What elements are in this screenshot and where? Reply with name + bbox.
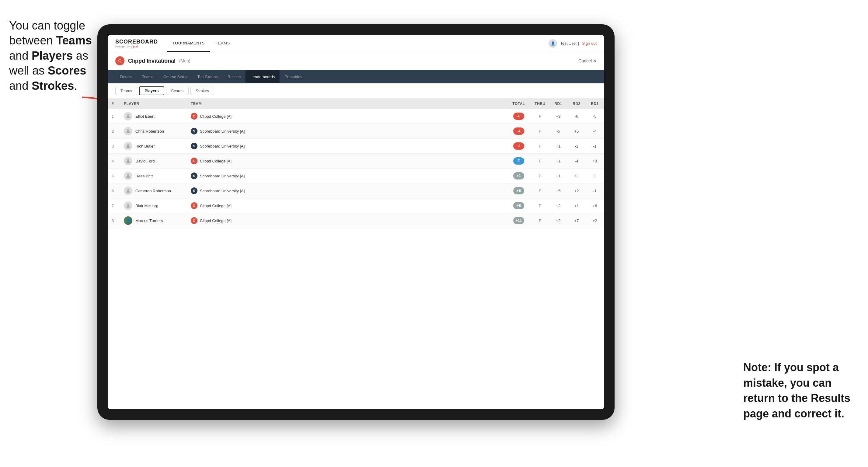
player-name: Elliot Ebert — [135, 114, 155, 119]
cell-rd2: +7 — [567, 213, 586, 228]
tab-teams[interactable]: Teams — [137, 70, 158, 83]
cell-team: SScoreboard University [A] — [187, 124, 506, 139]
cell-rd3: +2 — [586, 213, 604, 228]
cell-team: SScoreboard University [A] — [187, 139, 506, 154]
col-rank: # — [108, 99, 120, 109]
cell-rd3: +3 — [586, 154, 604, 168]
svg-point-4 — [127, 159, 129, 161]
player-avatar — [124, 186, 132, 195]
cell-rank: 6 — [108, 183, 120, 198]
toggle-strokes-button[interactable]: Strokes — [190, 87, 214, 95]
col-total: TOTAL — [506, 99, 531, 109]
svg-point-6 — [127, 189, 129, 191]
tab-details[interactable]: Details — [115, 70, 137, 83]
table-row: 8👤Marcus TurnersCClippd College [A]+11F+… — [108, 213, 604, 228]
cell-rd3: -1 — [586, 183, 604, 198]
tab-tee-groups[interactable]: Tee Groups — [193, 70, 223, 83]
score-badge: +6 — [513, 187, 524, 194]
player-name: Rees Britt — [135, 174, 153, 178]
top-nav: SCOREBOARD Powered by clippd TOURNAMENTS… — [108, 35, 604, 52]
nav-right: 👤 Test User | Sign out — [549, 39, 597, 48]
cell-rd2: -4 — [567, 154, 586, 168]
team-logo: C — [191, 158, 197, 164]
cell-player: Cameron Robertson — [120, 183, 187, 198]
col-thru: THRU — [531, 99, 549, 109]
user-icon: 👤 — [549, 39, 557, 48]
cell-rank: 3 — [108, 139, 120, 154]
cell-thru: F — [531, 154, 549, 168]
toggle-players-button[interactable]: Players — [139, 86, 164, 95]
team-name: Clippd College [A] — [200, 204, 231, 208]
cell-rd2: -2 — [567, 139, 586, 154]
tournament-title: C Clippd Invitational (Men) — [115, 56, 190, 65]
cancel-button[interactable]: Cancel ✕ — [578, 58, 597, 63]
score-badge: -8 — [513, 113, 524, 120]
bold-strokes: Strokes — [32, 80, 74, 92]
cell-rank: 4 — [108, 154, 120, 168]
tab-leaderboards[interactable]: Leaderboards — [246, 70, 280, 83]
user-label: Test User | — [560, 41, 579, 45]
cell-player: Elliot Ebert — [120, 109, 187, 124]
team-logo: C — [191, 113, 197, 120]
cell-total: -8 — [506, 109, 531, 124]
svg-point-5 — [127, 174, 129, 176]
cell-rd2: +2 — [567, 183, 586, 198]
toggle-teams-button[interactable]: Teams — [115, 87, 137, 95]
sign-out-link[interactable]: Sign out — [582, 41, 597, 45]
tab-printables[interactable]: Printables — [280, 70, 307, 83]
team-name: Scoreboard University [A] — [200, 189, 245, 193]
nav-link-tournaments[interactable]: TOURNAMENTS — [167, 35, 210, 52]
nav-link-teams[interactable]: TEAMS — [210, 35, 236, 52]
cell-rd1: +1 — [549, 154, 567, 168]
cell-rd2: -6 — [567, 109, 586, 124]
col-rd2: RD2 — [567, 99, 586, 109]
cell-rd1: +1 — [549, 168, 567, 183]
table-header-row: # PLAYER TEAM TOTAL THRU RD1 RD2 RD3 — [108, 99, 604, 109]
score-badge: +8 — [513, 202, 524, 209]
player-avatar — [124, 201, 132, 210]
cell-rd3: -1 — [586, 139, 604, 154]
cell-player: Blair McHarg — [120, 198, 187, 213]
leaderboard-table: # PLAYER TEAM TOTAL THRU RD1 RD2 RD3 1El… — [108, 99, 604, 228]
cell-rank: 5 — [108, 168, 120, 183]
player-name: Chris Robertson — [135, 129, 164, 133]
cell-total: -2 — [506, 139, 531, 154]
svg-point-1 — [127, 115, 129, 116]
cell-thru: F — [531, 198, 549, 213]
cell-rd3: +6 — [586, 198, 604, 213]
leaderboard-tbody: 1Elliot EbertCClippd College [A]-8F+3-6-… — [108, 109, 604, 228]
score-badge: E — [513, 157, 524, 164]
bold-players: Players — [32, 49, 73, 62]
score-badge: +11 — [513, 217, 524, 224]
player-name: Rich Butler — [135, 144, 155, 149]
cell-thru: F — [531, 213, 549, 228]
col-rd1: RD1 — [549, 99, 567, 109]
left-annotation: You can toggle between Teams and Players… — [9, 18, 94, 93]
team-name: Clippd College [A] — [200, 218, 231, 223]
tablet-frame: SCOREBOARD Powered by clippd TOURNAMENTS… — [97, 24, 615, 420]
player-avatar — [124, 172, 132, 180]
cell-thru: F — [531, 124, 549, 139]
player-avatar — [124, 127, 132, 135]
player-name: David Ford — [135, 159, 155, 163]
tournament-name: Clippd Invitational — [128, 58, 176, 64]
tab-course-setup[interactable]: Course Setup — [158, 70, 193, 83]
cell-thru: F — [531, 139, 549, 154]
team-name: Clippd College [A] — [200, 114, 231, 119]
logo-sub: Powered by clippd — [115, 45, 158, 48]
player-name: Blair McHarg — [135, 204, 158, 208]
cell-team: CClippd College [A] — [187, 109, 506, 124]
svg-point-2 — [127, 129, 129, 131]
toggle-scores-button[interactable]: Scores — [166, 87, 189, 95]
cell-team: CClippd College [A] — [187, 198, 506, 213]
tab-results[interactable]: Results — [223, 70, 246, 83]
nav-links: TOURNAMENTS TEAMS — [167, 35, 549, 52]
cell-team: SScoreboard University [A] — [187, 168, 506, 183]
col-player: PLAYER — [120, 99, 187, 109]
player-avatar — [124, 112, 132, 121]
team-logo: C — [191, 217, 197, 224]
player-name: Cameron Robertson — [135, 189, 171, 193]
toggle-row: Teams Players Scores Strokes — [108, 83, 604, 99]
cell-rd3: E — [586, 168, 604, 183]
team-name: Clippd College [A] — [200, 159, 231, 163]
